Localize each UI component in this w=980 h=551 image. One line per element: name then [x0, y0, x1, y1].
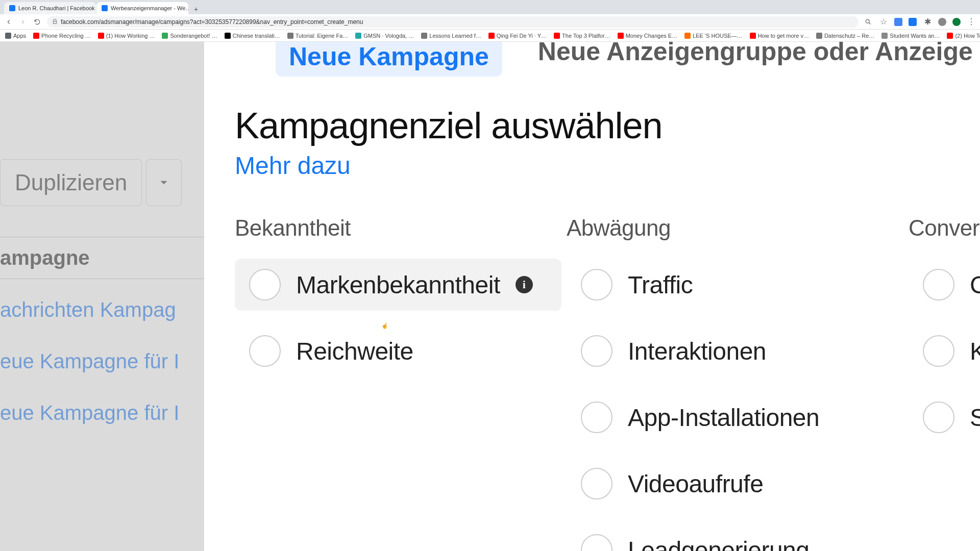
- browser-tab-strip: Leon R. Chaudhari | Facebook × Werbeanze…: [0, 0, 980, 14]
- forward-button[interactable]: [18, 17, 28, 27]
- radio-button[interactable]: [923, 269, 954, 300]
- reload-button[interactable]: [33, 17, 42, 27]
- facebook-icon: [102, 5, 108, 11]
- bookmark-item[interactable]: Money Changes E…: [618, 33, 678, 39]
- bookmark-item[interactable]: LEE 'S HOUSE—…: [684, 33, 742, 39]
- column-title: Conversio: [909, 215, 980, 241]
- toolbar-right: ☆ ✱ ⋮: [864, 17, 976, 27]
- column-awareness: Bekanntheit Markenbekanntheit i Reichwei…: [235, 215, 561, 551]
- bookmark-item[interactable]: Student Wants an…: [881, 33, 940, 39]
- objective-option-brand-awareness[interactable]: Markenbekanntheit i: [235, 259, 561, 311]
- bookmark-item[interactable]: Qing Fei De Yi · Y…: [488, 33, 547, 39]
- bookmark-item[interactable]: The Top 3 Platfor…: [554, 33, 610, 39]
- facebook-icon: [9, 5, 15, 11]
- column-consideration: Abwägung Traffic Interaktionen App-Insta…: [567, 215, 903, 551]
- option-label: Leadgenerierung: [628, 536, 809, 552]
- radio-button[interactable]: [581, 468, 612, 499]
- facebook-ext-icon[interactable]: [909, 18, 917, 26]
- objective-option[interactable]: S: [909, 391, 980, 443]
- objective-option[interactable]: K: [909, 325, 980, 377]
- bookmark-item[interactable]: (2) How To Add A…: [947, 33, 980, 39]
- objective-option-reach[interactable]: Reichweite: [235, 325, 561, 377]
- zoom-icon[interactable]: [864, 17, 873, 27]
- radio-button[interactable]: [923, 402, 954, 433]
- bookmark-item[interactable]: How to get more v…: [750, 33, 809, 39]
- option-label: Interaktionen: [628, 337, 766, 365]
- new-tab-button[interactable]: +: [191, 4, 201, 14]
- radio-button[interactable]: [581, 269, 612, 300]
- radio-button[interactable]: [249, 269, 281, 300]
- star-icon[interactable]: ☆: [879, 17, 888, 27]
- objective-option-traffic[interactable]: Traffic: [567, 259, 903, 311]
- radio-button[interactable]: [249, 335, 281, 367]
- tab-title: Werbeanzeigenmanager - We…: [111, 5, 188, 11]
- modal-backdrop: [0, 42, 204, 551]
- svg-point-0: [866, 19, 869, 23]
- option-label: K: [970, 337, 980, 365]
- objective-option-app-installs[interactable]: App-Installationen: [567, 391, 903, 443]
- extension-icon[interactable]: [938, 18, 946, 26]
- bookmark-item[interactable]: (1) How Working …: [98, 33, 155, 39]
- bookmark-item[interactable]: Datenschutz – Re…: [816, 33, 874, 39]
- extension-icon[interactable]: [894, 18, 902, 26]
- option-label: Videoaufrufe: [628, 470, 763, 498]
- radio-button[interactable]: [581, 335, 612, 367]
- modal-heading: Kampagnenziel auswählen: [235, 105, 949, 146]
- learn-more-link[interactable]: Mehr dazu: [235, 152, 949, 180]
- bookmark-item[interactable]: Lessons Learned f…: [421, 33, 481, 39]
- menu-icon[interactable]: ⋮: [967, 17, 976, 27]
- bookmark-item[interactable]: Phone Recycling …: [33, 33, 91, 39]
- address-bar[interactable]: facebook.com/adsmanager/manage/campaigns…: [47, 16, 859, 28]
- objective-option-engagement[interactable]: Interaktionen: [567, 325, 903, 377]
- option-label: S: [970, 404, 980, 432]
- browser-tab[interactable]: Leon R. Chaudhari | Facebook ×: [4, 2, 96, 14]
- objective-option-video-views[interactable]: Videoaufrufe: [567, 458, 903, 510]
- browser-tab[interactable]: Werbeanzeigenmanager - We… ×: [96, 2, 188, 14]
- tab-title: Leon R. Chaudhari | Facebook: [18, 5, 95, 11]
- option-label: Reichweite: [296, 337, 413, 365]
- create-campaign-modal: Neue Kampagne Neue Anzeigengruppe oder A…: [204, 42, 980, 551]
- extensions-icon[interactable]: ✱: [923, 17, 932, 27]
- campaign-list-panel: Duplizieren ampagne achrichten Kampag eu…: [0, 42, 204, 551]
- objective-option[interactable]: C: [909, 259, 980, 311]
- radio-button[interactable]: [923, 335, 954, 367]
- option-label: Markenbekanntheit: [296, 271, 500, 299]
- radio-button[interactable]: [581, 534, 612, 551]
- cursor-icon: ☝: [381, 322, 388, 329]
- column-conversion: Conversio C K S: [909, 215, 980, 551]
- bookmarks-bar: Apps Phone Recycling … (1) How Working ……: [0, 30, 980, 42]
- option-label: C: [970, 271, 980, 299]
- apps-bookmark[interactable]: Apps: [5, 33, 26, 39]
- browser-toolbar: facebook.com/adsmanager/manage/campaigns…: [0, 14, 980, 30]
- tab-new-campaign[interactable]: Neue Kampagne: [276, 42, 502, 77]
- info-icon[interactable]: i: [516, 276, 533, 293]
- column-title: Bekanntheit: [235, 215, 561, 241]
- option-label: App-Installationen: [628, 404, 819, 432]
- lock-icon: [52, 19, 58, 24]
- bookmark-item[interactable]: Sonderangebot! …: [162, 33, 217, 39]
- tab-new-adset[interactable]: Neue Anzeigengruppe oder Anzeige: [538, 42, 973, 77]
- back-button[interactable]: [4, 17, 13, 27]
- bookmark-item[interactable]: Chinese translati…: [225, 33, 280, 39]
- bookmark-item[interactable]: Tutorial: Eigene Fa…: [287, 33, 349, 39]
- page-content: Duplizieren ampagne achrichten Kampag eu…: [0, 42, 980, 551]
- bookmark-item[interactable]: GMSN · Vologda, …: [355, 33, 414, 39]
- column-title: Abwägung: [567, 215, 903, 241]
- profile-avatar[interactable]: [952, 18, 961, 26]
- option-label: Traffic: [628, 271, 693, 299]
- objective-option-lead-gen[interactable]: Leadgenerierung: [567, 524, 903, 551]
- radio-button[interactable]: [581, 402, 612, 433]
- url-text: facebook.com/adsmanager/manage/campaigns…: [61, 18, 363, 26]
